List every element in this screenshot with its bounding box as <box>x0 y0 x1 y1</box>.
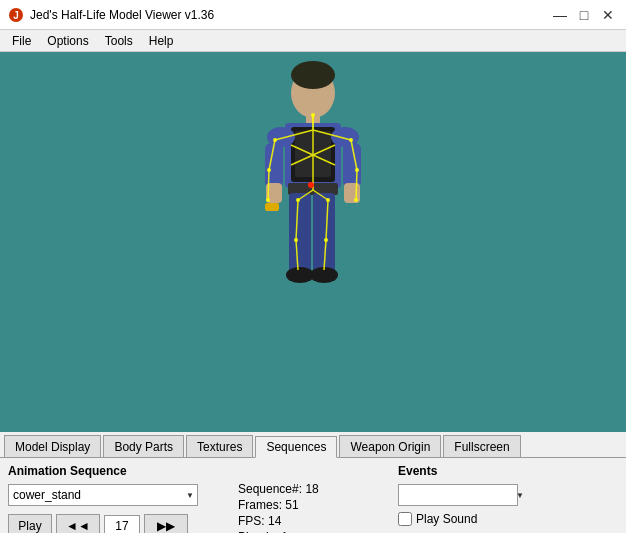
svg-point-47 <box>326 198 330 202</box>
svg-rect-14 <box>265 203 279 211</box>
svg-line-26 <box>268 170 269 200</box>
menu-options[interactable]: Options <box>39 32 96 50</box>
svg-rect-20 <box>289 269 311 281</box>
frame-input[interactable] <box>104 515 140 533</box>
title-controls: — □ ✕ <box>550 5 618 25</box>
playback-controls: Play ◄◄ ▶▶ <box>8 514 218 533</box>
maximize-button[interactable]: □ <box>574 5 594 25</box>
prev-frame-button[interactable]: ◄◄ <box>56 514 100 533</box>
svg-point-42 <box>267 168 271 172</box>
character-view <box>213 55 413 395</box>
play-button[interactable]: Play <box>8 514 52 533</box>
tab-weapon-origin[interactable]: Weapon Origin <box>339 435 441 457</box>
svg-point-41 <box>349 138 353 142</box>
menu-tools[interactable]: Tools <box>97 32 141 50</box>
title-text: Jed's Half-Life Model Viewer v1.36 <box>30 8 214 22</box>
events-section: Events Play Sound <box>398 464 528 526</box>
svg-text:J: J <box>13 10 19 21</box>
tab-sequences[interactable]: Sequences <box>255 436 337 458</box>
svg-point-49 <box>324 238 328 242</box>
close-button[interactable]: ✕ <box>598 5 618 25</box>
menu-file[interactable]: File <box>4 32 39 50</box>
play-sound-label: Play Sound <box>416 512 477 526</box>
svg-point-39 <box>311 113 315 117</box>
anim-dropdown-row: cower_stand <box>8 484 218 506</box>
animation-sequence-section: Animation Sequence cower_stand Play ◄◄ ▶… <box>8 464 218 533</box>
events-dropdown[interactable] <box>398 484 518 506</box>
play-sound-checkbox[interactable] <box>398 512 412 526</box>
svg-point-40 <box>273 138 277 142</box>
animation-dropdown[interactable]: cower_stand <box>8 484 198 506</box>
menu-bar: File Options Tools Help <box>0 30 626 52</box>
bottom-panel: Animation Sequence cower_stand Play ◄◄ ▶… <box>0 458 626 533</box>
svg-rect-10 <box>265 143 283 188</box>
tabs-bar: Model Display Body Parts Textures Sequen… <box>0 432 626 458</box>
svg-point-43 <box>355 168 359 172</box>
title-bar: J Jed's Half-Life Model Viewer v1.36 — □… <box>0 0 626 30</box>
play-sound-row: Play Sound <box>398 512 528 526</box>
app-icon: J <box>8 7 24 23</box>
sequence-number: Sequence#: 18 <box>238 482 378 496</box>
svg-rect-16 <box>289 193 311 273</box>
tab-textures[interactable]: Textures <box>186 435 253 457</box>
animation-sequence-label: Animation Sequence <box>8 464 218 478</box>
anim-dropdown-wrapper: cower_stand <box>8 484 198 506</box>
tab-body-parts[interactable]: Body Parts <box>103 435 184 457</box>
svg-point-45 <box>354 198 358 202</box>
svg-point-44 <box>266 198 270 202</box>
title-bar-left: J Jed's Half-Life Model Viewer v1.36 <box>8 7 214 23</box>
fps-value: FPS: 14 <box>238 514 378 528</box>
svg-point-48 <box>294 238 298 242</box>
bottom-row: Animation Sequence cower_stand Play ◄◄ ▶… <box>8 464 618 533</box>
sequence-info-section: Sequence#: 18 Frames: 51 FPS: 14 Blends:… <box>238 464 378 533</box>
svg-rect-12 <box>343 143 361 188</box>
tab-model-display[interactable]: Model Display <box>4 435 101 457</box>
tab-fullscreen[interactable]: Fullscreen <box>443 435 520 457</box>
viewport[interactable] <box>0 52 626 432</box>
events-label: Events <box>398 464 528 478</box>
svg-point-38 <box>308 182 314 188</box>
svg-point-46 <box>296 198 300 202</box>
frames-count: Frames: 51 <box>238 498 378 512</box>
svg-rect-21 <box>313 269 335 281</box>
events-dropdown-wrapper <box>398 484 528 506</box>
svg-line-28 <box>356 170 357 200</box>
menu-help[interactable]: Help <box>141 32 182 50</box>
minimize-button[interactable]: — <box>550 5 570 25</box>
svg-point-3 <box>291 61 335 89</box>
next-frame-button[interactable]: ▶▶ <box>144 514 188 533</box>
